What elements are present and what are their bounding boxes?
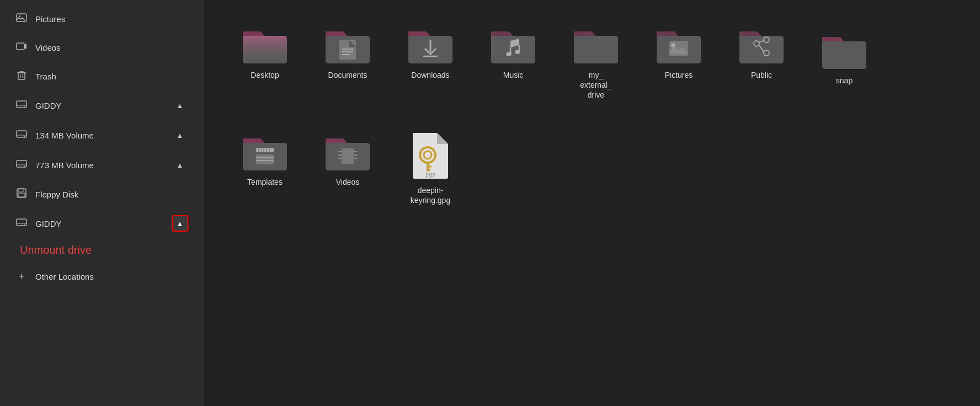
folder-icon-videos-folder — [323, 130, 372, 172]
svg-point-1 — [19, 15, 20, 17]
eject-button-volume134[interactable]: ▲ — [172, 127, 188, 143]
folder-icon-my-external-drive — [571, 23, 621, 65]
file-label-documents: Documents — [328, 70, 368, 80]
svg-rect-16 — [19, 189, 23, 192]
file-label-public: Public — [751, 70, 772, 80]
unmount-area: Unmount drive — [4, 239, 199, 261]
svg-rect-6 — [17, 101, 26, 108]
file-item-templates[interactable]: Templates — [226, 124, 303, 212]
unmount-drive-label: Unmount drive — [20, 244, 92, 257]
svg-rect-45 — [256, 154, 274, 164]
eject-button-giddy2[interactable]: ▲ — [172, 215, 188, 232]
eject-button-giddy1[interactable]: ▲ — [172, 97, 188, 114]
sidebar-item-giddy2[interactable]: GIDDY ▲ — [4, 210, 199, 237]
folder-icon-music — [488, 23, 538, 65]
svg-rect-2 — [17, 43, 24, 50]
sidebar-item-other-locations[interactable]: + Other Locations — [4, 263, 199, 290]
main-content: Desktop Documents — [204, 0, 980, 406]
svg-point-31 — [515, 50, 520, 54]
svg-point-20 — [24, 224, 25, 225]
svg-rect-49 — [338, 148, 342, 164]
file-label-music: Music — [503, 70, 524, 80]
sidebar-item-volume134[interactable]: 134 MB Volume ▲ — [4, 121, 199, 149]
sidebar-item-videos[interactable]: Videos — [4, 34, 199, 61]
sidebar-label-giddy1: GIDDY — [35, 101, 164, 110]
drive-icon-volume134 — [15, 129, 28, 142]
sidebar-label-volume134: 134 MB Volume — [35, 131, 164, 140]
file-item-videos-folder[interactable]: Videos — [309, 124, 386, 212]
file-item-pictures-folder[interactable]: Pictures — [640, 17, 717, 107]
folder-icon-pictures — [654, 23, 704, 65]
pgp-file-icon: pgp — [408, 130, 452, 180]
sidebar: Pictures Videos Trash — [0, 0, 204, 406]
svg-rect-50 — [354, 148, 357, 164]
svg-rect-3 — [18, 73, 25, 79]
svg-point-14 — [24, 165, 25, 167]
sidebar-label-giddy2: GIDDY — [35, 219, 164, 228]
sidebar-label-floppy: Floppy Disk — [35, 190, 188, 199]
file-item-my-external-drive[interactable]: my_ external_ drive — [557, 17, 635, 107]
svg-point-30 — [506, 52, 512, 56]
svg-rect-12 — [17, 161, 26, 167]
folder-icon-snap — [819, 29, 869, 70]
sidebar-label-videos: Videos — [35, 43, 188, 52]
folder-icon-public — [737, 23, 786, 65]
file-item-downloads[interactable]: Downloads — [392, 17, 469, 107]
pictures-icon — [15, 12, 28, 26]
sidebar-item-giddy1[interactable]: GIDDY ▲ — [4, 92, 199, 119]
svg-point-11 — [24, 136, 25, 137]
svg-rect-39 — [256, 148, 274, 152]
file-item-snap[interactable]: snap — [806, 22, 883, 107]
file-grid: Desktop Documents — [226, 17, 958, 212]
trash-icon — [15, 70, 28, 83]
file-label-desktop: Desktop — [251, 70, 279, 80]
file-label-videos-folder: Videos — [336, 177, 360, 187]
sidebar-label-pictures: Pictures — [35, 14, 188, 24]
file-label-pgp: deepin- keyring.gpg — [411, 185, 450, 205]
sidebar-label-volume773: 773 MB Volume — [35, 161, 164, 170]
sidebar-item-pictures[interactable]: Pictures — [4, 6, 199, 32]
file-item-music[interactable]: Music — [475, 17, 552, 107]
sidebar-item-floppy[interactable]: Floppy Disk — [4, 181, 199, 207]
floppy-icon — [15, 188, 28, 201]
drive-icon-giddy2 — [15, 217, 28, 231]
file-item-desktop[interactable]: Desktop — [226, 17, 303, 107]
sidebar-item-volume773[interactable]: 773 MB Volume ▲ — [4, 151, 199, 179]
sidebar-label-trash: Trash — [35, 72, 188, 81]
folder-icon-templates — [240, 130, 290, 172]
sidebar-item-trash[interactable]: Trash — [4, 63, 199, 89]
file-item-documents[interactable]: Documents — [309, 17, 386, 107]
svg-rect-17 — [18, 193, 25, 197]
file-label-my-external-drive: my_ external_ drive — [580, 70, 612, 100]
file-label-downloads: Downloads — [411, 70, 449, 80]
folder-icon-desktop — [240, 23, 290, 65]
other-locations-icon: + — [15, 270, 28, 283]
svg-text:pgp: pgp — [425, 172, 435, 178]
svg-point-8 — [24, 106, 25, 107]
svg-rect-9 — [17, 131, 26, 137]
file-label-templates: Templates — [247, 177, 283, 187]
file-label-pictures-folder: Pictures — [665, 70, 693, 80]
drive-icon-giddy1 — [15, 99, 28, 113]
folder-icon-downloads — [406, 23, 455, 65]
file-item-public[interactable]: Public — [723, 17, 800, 107]
folder-icon-documents — [323, 23, 372, 65]
sidebar-label-other-locations: Other Locations — [35, 272, 188, 281]
file-item-pgp[interactable]: pgp deepin- keyring.gpg — [392, 124, 469, 212]
videos-icon — [15, 41, 28, 55]
drive-icon-volume773 — [15, 158, 28, 172]
svg-rect-18 — [17, 219, 26, 226]
eject-button-volume773[interactable]: ▲ — [172, 157, 188, 173]
svg-rect-21 — [243, 36, 287, 63]
file-label-snap: snap — [836, 76, 853, 86]
